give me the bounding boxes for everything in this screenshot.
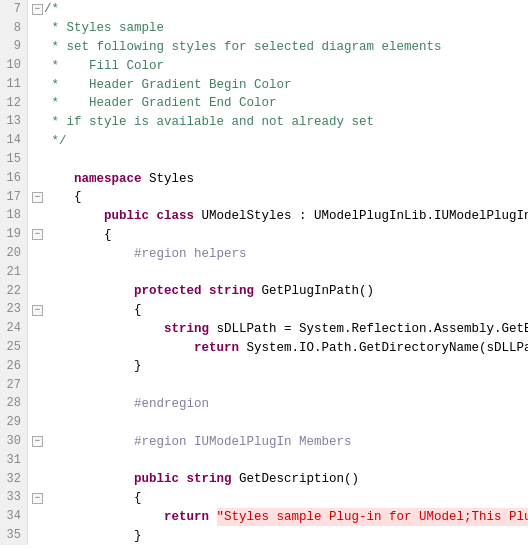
- line-content: public class UModelStyles : UModelPlugIn…: [28, 207, 528, 226]
- token: {: [44, 301, 142, 319]
- code-line: 20 #region helpers: [0, 244, 528, 263]
- code-line: 13 * if style is available and not alrea…: [0, 113, 528, 132]
- code-line: 27: [0, 376, 528, 395]
- token: [44, 470, 134, 488]
- line-number: 31: [0, 451, 28, 470]
- line-number: 23: [0, 301, 28, 320]
- fold-icon[interactable]: −: [32, 4, 43, 15]
- line-content: */: [28, 132, 528, 151]
- token: #endregion: [134, 395, 209, 413]
- line-number: 27: [0, 376, 28, 395]
- line-number: 24: [0, 320, 28, 339]
- token: #region IUModelPlugIn Members: [134, 433, 352, 451]
- code-line: 22 protected string GetPlugInPath(): [0, 282, 528, 301]
- line-number: 32: [0, 470, 28, 489]
- line-number: 20: [0, 244, 28, 263]
- token: /*: [44, 0, 59, 18]
- code-line: 32 public string GetDescription(): [0, 470, 528, 489]
- code-line: 15: [0, 150, 528, 169]
- fold-icon[interactable]: −: [32, 229, 43, 240]
- line-number: 8: [0, 19, 28, 38]
- token: }: [44, 357, 142, 375]
- code-line: 28 #endregion: [0, 395, 528, 414]
- line-number: 17: [0, 188, 28, 207]
- line-number: 11: [0, 75, 28, 94]
- line-number: 28: [0, 395, 28, 414]
- line-number: 19: [0, 226, 28, 245]
- code-line: 23− {: [0, 301, 528, 320]
- token: namespace: [74, 170, 142, 188]
- token: }: [44, 527, 142, 545]
- token: [209, 508, 217, 526]
- token: * Header Gradient Begin Color: [44, 76, 292, 94]
- token: [149, 207, 157, 225]
- code-line: 18 public class UModelStyles : UModelPlu…: [0, 207, 528, 226]
- token: [44, 207, 104, 225]
- token: string: [187, 470, 232, 488]
- token: Styles: [142, 170, 195, 188]
- token: UModelStyles : UModelPlugInLib.IUModelPl…: [194, 207, 528, 225]
- line-content: }: [28, 357, 528, 376]
- token: * Fill Color: [44, 57, 164, 75]
- fold-icon[interactable]: −: [32, 192, 43, 203]
- line-number: 10: [0, 56, 28, 75]
- fold-icon[interactable]: −: [32, 305, 43, 316]
- line-number: 15: [0, 150, 28, 169]
- code-line: 17− {: [0, 188, 528, 207]
- line-number: 13: [0, 113, 28, 132]
- fold-icon[interactable]: −: [32, 493, 43, 504]
- code-line: 19− {: [0, 226, 528, 245]
- line-number: 30: [0, 432, 28, 451]
- token: GetPlugInPath(): [254, 282, 374, 300]
- line-content: #endregion: [28, 395, 528, 414]
- line-number: 16: [0, 169, 28, 188]
- line-content: [28, 414, 528, 433]
- line-number: 34: [0, 508, 28, 527]
- token: [44, 282, 134, 300]
- token: "Styles sample Plug-in for UModel;This P…: [217, 508, 528, 526]
- line-content: − {: [28, 188, 528, 207]
- line-content: − {: [28, 489, 528, 508]
- line-content: namespace Styles: [28, 169, 528, 188]
- line-number: 9: [0, 38, 28, 57]
- code-line: 35 }: [0, 526, 528, 545]
- token: * set following styles for selected diag…: [44, 38, 442, 56]
- code-line: 30− #region IUModelPlugIn Members: [0, 432, 528, 451]
- token: {: [44, 489, 142, 507]
- token: {: [44, 188, 82, 206]
- line-content: * Header Gradient Begin Color: [28, 75, 528, 94]
- code-line: 16 namespace Styles: [0, 169, 528, 188]
- token: sDLLPath = System.Reflection.Assembly.: [209, 320, 502, 338]
- line-content: string sDLLPath = System.Reflection.Asse…: [28, 320, 528, 339]
- code-line: 7−/*: [0, 0, 528, 19]
- code-line: 29: [0, 414, 528, 433]
- code-line: 34 return "Styles sample Plug-in for UMo…: [0, 508, 528, 527]
- token: [44, 339, 194, 357]
- code-line: 10 * Fill Color: [0, 56, 528, 75]
- token: */: [44, 132, 67, 150]
- token: {: [44, 226, 112, 244]
- line-number: 7: [0, 0, 28, 19]
- token: * Styles sample: [44, 19, 164, 37]
- fold-icon[interactable]: −: [32, 436, 43, 447]
- line-content: * Fill Color: [28, 56, 528, 75]
- code-line: 26 }: [0, 357, 528, 376]
- line-number: 21: [0, 263, 28, 282]
- line-content: return "Styles sample Plug-in for UModel…: [28, 508, 528, 527]
- line-content: * Styles sample: [28, 19, 528, 38]
- line-content: [28, 451, 528, 470]
- code-line: 33− {: [0, 489, 528, 508]
- line-number: 14: [0, 132, 28, 151]
- token: [44, 395, 134, 413]
- line-content: }: [28, 526, 528, 545]
- line-number: 33: [0, 489, 28, 508]
- line-number: 12: [0, 94, 28, 113]
- token: [44, 245, 134, 263]
- line-content: * Header Gradient End Color: [28, 94, 528, 113]
- line-content: * if style is available and not already …: [28, 113, 528, 132]
- token: System.IO.Path.GetDirectoryName(sDLLPath…: [239, 339, 528, 357]
- code-line: 11 * Header Gradient Begin Color: [0, 75, 528, 94]
- line-content: public string GetDescription(): [28, 470, 528, 489]
- line-content: #region helpers: [28, 244, 528, 263]
- line-content: − {: [28, 301, 528, 320]
